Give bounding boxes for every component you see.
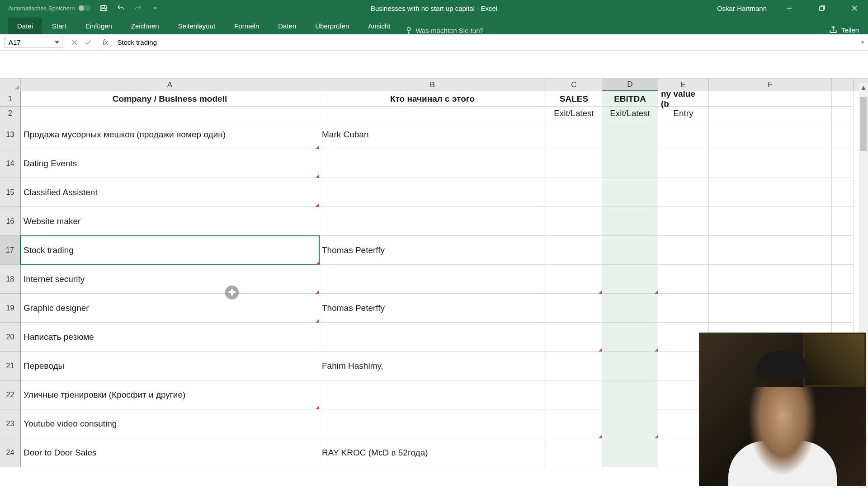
cell[interactable]: Graphic designer xyxy=(21,294,319,323)
cell[interactable] xyxy=(709,294,832,323)
cell[interactable] xyxy=(546,265,602,294)
tab-datei[interactable]: Datei xyxy=(8,18,42,34)
cell[interactable] xyxy=(602,236,658,265)
cell[interactable]: EBITDA xyxy=(602,91,658,107)
row-header[interactable]: 17 xyxy=(0,236,21,265)
tab-seitenlayout[interactable]: Seitenlayout xyxy=(169,18,225,34)
row-header[interactable]: 22 xyxy=(0,380,21,409)
cell[interactable] xyxy=(658,120,709,149)
cell[interactable] xyxy=(832,236,854,265)
cell[interactable] xyxy=(319,207,546,236)
cell[interactable]: Продажа мусорных мешков (продажи номер о… xyxy=(21,120,319,149)
cell[interactable] xyxy=(709,207,832,236)
cell[interactable]: Entry xyxy=(658,107,709,120)
row-header[interactable]: 23 xyxy=(0,409,21,438)
scroll-up-icon[interactable]: ▲ xyxy=(859,83,868,92)
formula-confirm-icon[interactable] xyxy=(82,37,94,48)
cell[interactable] xyxy=(546,323,602,352)
row-header[interactable]: 1 xyxy=(0,91,21,107)
cell[interactable] xyxy=(832,149,854,178)
formula-input[interactable]: Stock trading xyxy=(112,34,857,50)
cell[interactable]: RAY KROC (McD в 52года) xyxy=(319,438,546,467)
tab-zeichnen[interactable]: Zeichnen xyxy=(122,18,168,34)
row-header[interactable]: 15 xyxy=(0,178,21,207)
cell[interactable] xyxy=(658,265,709,294)
cell[interactable] xyxy=(658,207,709,236)
cell[interactable] xyxy=(658,236,709,265)
cell[interactable] xyxy=(709,236,832,265)
col-header-rest[interactable] xyxy=(832,79,854,91)
save-icon[interactable] xyxy=(99,4,108,13)
cell[interactable] xyxy=(832,294,854,323)
cell[interactable] xyxy=(602,207,658,236)
minimize-button[interactable] xyxy=(779,0,799,16)
cell[interactable] xyxy=(546,207,602,236)
cell[interactable]: Website maker xyxy=(21,207,319,236)
cell[interactable] xyxy=(602,120,658,149)
cell[interactable]: Написать резюме xyxy=(21,323,319,352)
col-header-c[interactable]: C xyxy=(546,79,602,91)
plus-badge-icon[interactable]: ✚ xyxy=(225,286,239,299)
cell[interactable] xyxy=(546,294,602,323)
cell[interactable]: Door to Door Sales xyxy=(21,438,319,467)
cell[interactable]: Кто начинал с этого xyxy=(319,91,546,107)
cell[interactable] xyxy=(319,323,546,352)
cell[interactable] xyxy=(602,294,658,323)
cell[interactable] xyxy=(319,409,546,438)
cell[interactable]: SALES xyxy=(546,91,602,107)
row-header[interactable]: 24 xyxy=(0,438,21,467)
row-header[interactable]: 19 xyxy=(0,294,21,323)
user-name[interactable]: Oskar Hartmann xyxy=(717,5,767,12)
share-button[interactable]: Teilen xyxy=(829,25,859,34)
cell[interactable] xyxy=(832,91,854,107)
col-header-b[interactable]: B xyxy=(319,79,546,91)
cell[interactable]: Thomas Peterffy xyxy=(319,236,546,265)
cell[interactable] xyxy=(546,120,602,149)
row-header[interactable]: 13 xyxy=(0,120,21,149)
formula-cancel-icon[interactable] xyxy=(69,37,80,48)
cell[interactable]: ny value (b xyxy=(658,91,709,107)
cell[interactable] xyxy=(319,178,546,207)
cell[interactable] xyxy=(709,120,832,149)
cell[interactable] xyxy=(602,438,658,467)
cell[interactable] xyxy=(546,352,602,380)
cell[interactable]: Thomas Peterffy xyxy=(319,294,546,323)
tab-start[interactable]: Start xyxy=(43,18,75,34)
cell[interactable] xyxy=(546,236,602,265)
redo-icon[interactable] xyxy=(133,4,142,13)
qat-dropdown-icon[interactable] xyxy=(151,4,160,13)
row-header[interactable]: 2 xyxy=(0,107,21,120)
cell[interactable] xyxy=(602,352,658,380)
auto-save-toggle[interactable]: Automatisches Speichern xyxy=(8,5,91,12)
cell[interactable] xyxy=(602,265,658,294)
name-box[interactable]: A17 xyxy=(5,37,62,48)
cell[interactable] xyxy=(832,265,854,294)
cell[interactable] xyxy=(709,91,832,107)
tab-daten[interactable]: Daten xyxy=(269,18,305,34)
cell[interactable] xyxy=(602,149,658,178)
cell[interactable]: Exit/Latest xyxy=(602,107,658,120)
cell[interactable]: Company / Business modell xyxy=(21,91,319,107)
cell[interactable] xyxy=(709,149,832,178)
tab-ansicht[interactable]: Ansicht xyxy=(359,18,399,34)
close-button[interactable] xyxy=(844,0,864,16)
row-header[interactable]: 14 xyxy=(0,149,21,178)
cell[interactable] xyxy=(602,380,658,409)
cell[interactable]: Classified Assistent xyxy=(21,178,319,207)
tell-me-search[interactable]: Was möchten Sie tun? xyxy=(401,26,488,34)
tab-einfuegen[interactable]: Einfügen xyxy=(76,18,121,34)
cell[interactable]: Exit/Latest xyxy=(546,107,602,120)
cell[interactable]: Stock trading xyxy=(21,236,319,265)
cell[interactable]: Mark Cuban xyxy=(319,120,546,149)
cell[interactable] xyxy=(832,107,854,120)
cell[interactable] xyxy=(602,409,658,438)
cell[interactable] xyxy=(602,323,658,352)
col-header-f[interactable]: F xyxy=(709,79,832,91)
cell[interactable] xyxy=(546,178,602,207)
cell[interactable] xyxy=(658,149,709,178)
row-header[interactable]: 16 xyxy=(0,207,21,236)
fx-icon[interactable]: fx xyxy=(99,34,112,50)
cell[interactable] xyxy=(546,149,602,178)
cell[interactable] xyxy=(319,265,546,294)
cell[interactable] xyxy=(21,107,319,120)
